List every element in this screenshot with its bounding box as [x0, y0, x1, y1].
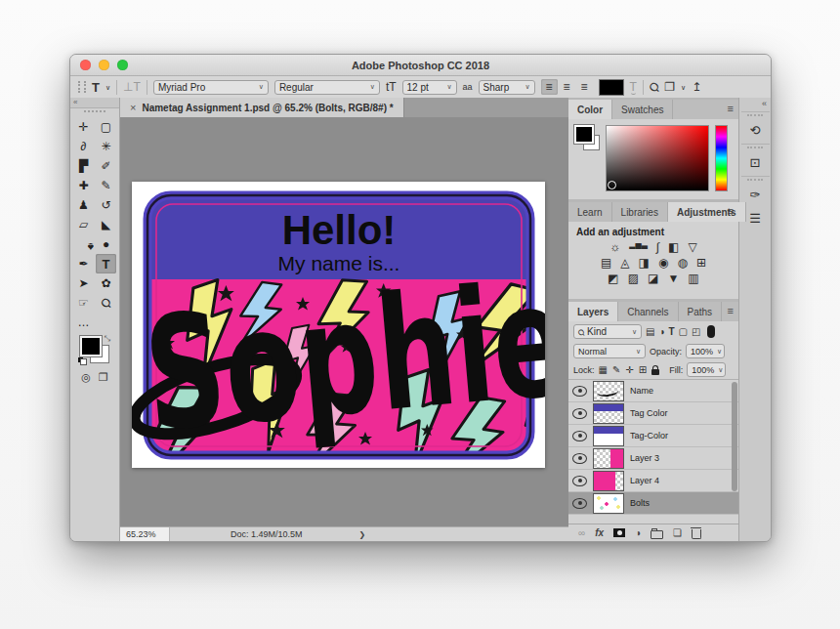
tools-grip-handle[interactable]	[84, 110, 105, 115]
filter-shape-layers-icon[interactable]: ▢	[679, 326, 688, 337]
zoom-level-field[interactable]: 65.23%	[120, 527, 170, 541]
panel-menu-icon[interactable]: ≡	[728, 205, 734, 217]
foreground-color-swatch[interactable]	[80, 336, 102, 356]
layer-row[interactable]: Name	[568, 380, 738, 402]
document-canvas[interactable]: Hello! My name is... Sophie	[132, 182, 545, 468]
blur-tool[interactable]: ♠	[73, 234, 94, 254]
visibility-eye-icon[interactable]	[572, 431, 587, 441]
layer-row[interactable]: Tag Color	[568, 402, 738, 425]
tab-libraries[interactable]: Libraries	[612, 202, 668, 222]
tab-channels[interactable]: Channels	[618, 302, 678, 321]
layer-row-selected[interactable]: Bolts	[568, 492, 738, 515]
channel-mixer-icon[interactable]: ◍	[677, 257, 687, 269]
status-chevron-icon[interactable]: ❯	[359, 530, 366, 539]
hue-saturation-icon[interactable]: ▤	[601, 257, 611, 269]
brightness-contrast-icon[interactable]: ☼	[609, 241, 620, 253]
eraser-tool[interactable]: ▱	[73, 215, 94, 234]
new-adjustment-layer-icon[interactable]: ◑	[635, 527, 641, 538]
color-lookup-icon[interactable]: ⊞	[696, 257, 706, 269]
fill-select[interactable]: 100% ∨	[687, 362, 726, 377]
tab-adjustments[interactable]: Adjustments	[668, 202, 746, 222]
default-colors-icon[interactable]	[78, 357, 87, 365]
opacity-select[interactable]: 100% ∨	[686, 344, 725, 358]
posterize-icon[interactable]: ▨	[628, 273, 639, 284]
levels-icon[interactable]: ▂▅▃	[629, 241, 647, 253]
anti-alias-select[interactable]: Sharp ∨	[479, 80, 535, 95]
tools-collapse-bar[interactable]: «	[70, 98, 119, 108]
lock-all-icon[interactable]	[651, 369, 659, 375]
quick-mask-button[interactable]: ◎	[81, 371, 91, 384]
layer-thumbnail[interactable]	[593, 381, 624, 401]
visibility-eye-icon[interactable]	[572, 408, 587, 419]
clone-stamp-tool[interactable]: ♟	[73, 195, 94, 215]
layer-row[interactable]: Layer 4	[568, 470, 738, 492]
filter-adjustment-layers-icon[interactable]: ◑	[658, 326, 664, 337]
tab-layers[interactable]: Layers	[568, 302, 618, 321]
eyedropper-tool[interactable]: ✐	[96, 156, 116, 176]
tab-learn[interactable]: Learn	[568, 202, 612, 222]
pen-tool[interactable]: ✒	[73, 254, 94, 273]
layer-name[interactable]: Bolts	[630, 498, 650, 508]
brush-tool[interactable]: ✎	[96, 176, 116, 195]
warp-text-icon[interactable]: T	[630, 81, 637, 93]
swap-colors-icon[interactable]: ⤡	[105, 334, 110, 344]
share-icon[interactable]: ↥	[692, 81, 701, 93]
visibility-eye-icon[interactable]	[572, 476, 587, 486]
close-tab-icon[interactable]: ×	[130, 102, 136, 113]
font-style-select[interactable]: Regular ∨	[274, 80, 380, 95]
panel-menu-icon[interactable]: ≡	[728, 305, 734, 316]
filter-type-layers-icon[interactable]: T	[669, 326, 675, 337]
visibility-eye-icon[interactable]	[572, 386, 587, 397]
layer-thumbnail[interactable]	[593, 403, 624, 424]
layer-name[interactable]: Layer 4	[630, 476, 659, 485]
canvas-pasteboard[interactable]: Hello! My name is... Sophie	[120, 117, 568, 526]
lock-position-icon[interactable]: ✛	[625, 364, 633, 375]
healing-brush-tool[interactable]: ✚	[73, 176, 94, 195]
tool-preset-chevron-icon[interactable]: ∨	[105, 84, 110, 91]
workspace-chevron-icon[interactable]: ∨	[681, 84, 686, 91]
layer-name[interactable]: Tag Color	[630, 408, 668, 418]
hue-slider[interactable]	[715, 125, 728, 191]
lock-artboard-icon[interactable]: ⊞	[639, 364, 647, 375]
threshold-icon[interactable]: ◪	[648, 273, 658, 284]
lock-paint-icon[interactable]: ✎	[612, 364, 620, 375]
tool-presets-panel-icon[interactable]: ☰	[743, 206, 767, 230]
invert-icon[interactable]: ◩	[608, 273, 618, 284]
lasso-tool[interactable]: ∂	[73, 137, 94, 156]
workspace-icon[interactable]: ❐	[664, 81, 675, 93]
expand-panels-icon[interactable]: «	[758, 98, 771, 109]
edit-toolbar-button[interactable]: …	[73, 313, 94, 332]
type-tool[interactable]: T	[96, 254, 116, 273]
options-grip-handle[interactable]	[78, 81, 86, 93]
layer-name[interactable]: Tag-Color	[630, 431, 668, 440]
gradient-map-icon[interactable]: ▼	[667, 273, 679, 284]
layer-effects-icon[interactable]: fx	[595, 527, 604, 538]
new-layer-icon[interactable]: ❏	[673, 527, 682, 538]
align-left-button[interactable]: ≡	[541, 79, 558, 95]
filter-pixel-layers-icon[interactable]: ▤	[646, 326, 654, 337]
document-tab[interactable]: × Nametag Assignment 1.psd @ 65.2% (Bolt…	[120, 98, 404, 117]
add-layer-mask-icon[interactable]	[613, 528, 625, 537]
black-white-icon[interactable]: ◨	[639, 257, 650, 269]
text-color-swatch[interactable]	[599, 79, 624, 96]
search-icon[interactable]: Ϙ	[647, 79, 661, 94]
new-group-icon[interactable]	[651, 530, 663, 539]
hand-tool[interactable]: ☞	[73, 293, 94, 313]
exposure-icon[interactable]: ◧	[668, 241, 679, 253]
align-center-button[interactable]: ≡	[559, 79, 575, 95]
brush-settings-panel-icon[interactable]: ✑	[743, 183, 767, 206]
tab-color[interactable]: Color	[568, 100, 612, 119]
visibility-eye-icon[interactable]	[572, 453, 587, 464]
selective-color-icon[interactable]: ▥	[688, 273, 698, 284]
layer-thumbnail[interactable]	[593, 426, 624, 446]
layer-row[interactable]: Tag-Color	[568, 425, 738, 447]
layer-thumbnail[interactable]	[593, 448, 624, 469]
tab-swatches[interactable]: Swatches	[612, 100, 673, 119]
layer-thumbnail[interactable]	[593, 471, 624, 491]
lock-transparency-icon[interactable]: ▦	[599, 364, 608, 375]
history-brush-tool[interactable]: ↺	[96, 195, 116, 215]
layer-row[interactable]: Layer 3	[568, 447, 738, 470]
color-panel-swatches[interactable]	[574, 125, 600, 150]
curves-icon[interactable]: ∫	[656, 241, 659, 253]
panel-menu-icon[interactable]: ≡	[728, 103, 734, 114]
